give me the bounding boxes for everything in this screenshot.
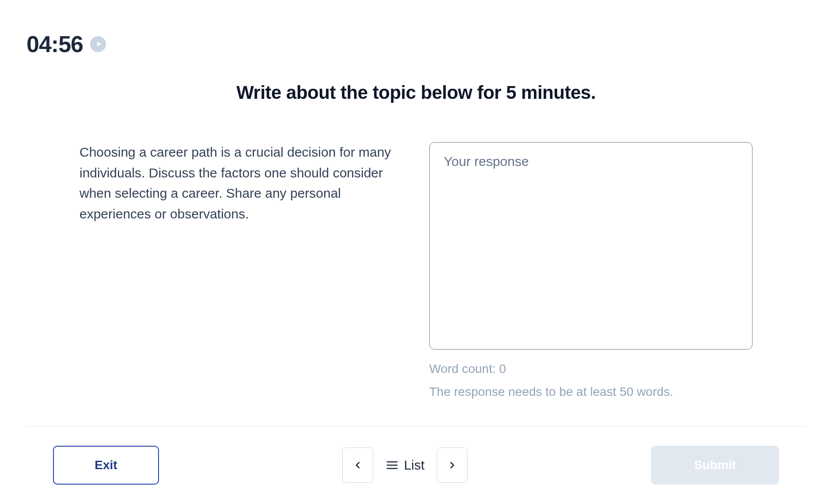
response-column: Word count: 0 The response needs to be a… [429, 142, 753, 399]
timer-value: 04:56 [26, 31, 83, 57]
word-hint: The response needs to be at least 50 wor… [429, 385, 753, 399]
response-input[interactable] [429, 142, 753, 350]
prompt-column: Choosing a career path is a crucial deci… [79, 142, 403, 399]
play-icon[interactable] [90, 36, 106, 52]
content-area: Choosing a career path is a crucial deci… [0, 142, 832, 399]
nav-group: List [342, 448, 468, 483]
exit-button[interactable]: Exit [53, 446, 159, 485]
footer-bar: Exit List Submit [26, 426, 806, 504]
prompt-text: Choosing a career path is a crucial deci… [79, 142, 403, 224]
submit-button[interactable]: Submit [651, 446, 779, 485]
word-count-label: Word count: 0 [429, 362, 753, 376]
chevron-left-icon [352, 460, 363, 470]
list-label: List [404, 458, 425, 473]
instruction-heading: Write about the topic below for 5 minute… [0, 82, 832, 103]
timer-bar: 04:56 [0, 0, 832, 57]
next-button[interactable] [437, 448, 468, 483]
list-icon [386, 459, 399, 472]
chevron-right-icon [447, 460, 458, 470]
list-button[interactable]: List [382, 458, 428, 473]
prev-button[interactable] [342, 448, 373, 483]
